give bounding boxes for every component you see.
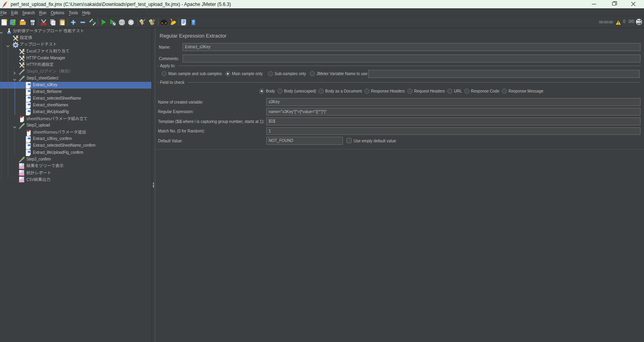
svg-text:?: ?: [192, 20, 195, 25]
